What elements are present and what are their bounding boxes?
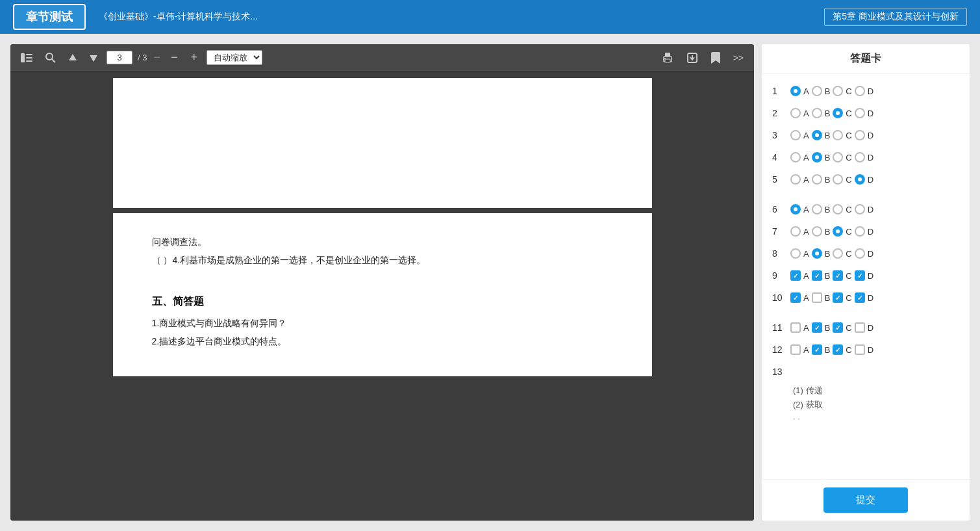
option-8-d[interactable] [855, 248, 865, 259]
svg-rect-10 [665, 59, 670, 62]
option-3-b[interactable] [812, 130, 822, 140]
option-6-b[interactable] [812, 204, 822, 214]
option-11-d[interactable] [855, 322, 865, 333]
answer-row-3: 3 A B C D [772, 126, 959, 144]
pdf-text-line-2: （ ）4.利基市场是成熟企业的第一选择，不是创业企业的第一选择。 [152, 251, 613, 269]
question-num-9: 9 [772, 270, 790, 281]
option-3-d[interactable] [855, 130, 865, 140]
sub-answer-13-2: (2) 获取 [772, 399, 959, 411]
option-4-b[interactable] [812, 152, 822, 162]
answer-row-6: 6 A B C D [772, 200, 959, 218]
pdf-content[interactable]: 问卷调查法。 （ ）4.利基市场是成熟企业的第一选择，不是创业企业的第一选择。 … [10, 71, 754, 521]
option-1-d[interactable] [855, 86, 865, 96]
more-button[interactable]: >> [729, 50, 748, 66]
option-3-c[interactable] [833, 130, 843, 140]
pdf-page-top [113, 78, 652, 208]
pdf-text-line-1: 问卷调查法。 [152, 233, 613, 251]
page-input[interactable]: 3 [107, 51, 132, 64]
dots-row: · · [772, 413, 959, 423]
answer-row-2: 2 A B C D [772, 104, 959, 122]
question-num-5: 5 [772, 174, 790, 185]
option-4-d[interactable] [855, 152, 865, 162]
option-12-a[interactable] [790, 344, 801, 355]
answer-row-7: 7 A B C D [772, 222, 959, 240]
option-10-d[interactable] [855, 292, 865, 303]
option-1-a[interactable] [790, 86, 801, 96]
options-1: A B C D [790, 86, 959, 96]
option-2-b[interactable] [812, 108, 822, 118]
answer-panel-body[interactable]: 1 A B C D 2 A B C D 3 [762, 74, 970, 479]
option-7-c[interactable] [833, 226, 843, 237]
question-num-7: 7 [772, 226, 790, 237]
next-page-button[interactable] [86, 51, 101, 64]
zoom-minus-button[interactable]: − [167, 48, 182, 67]
svg-marker-6 [69, 54, 77, 60]
pdf-essay-q2: 2.描述多边平台商业模式的特点。 [152, 332, 613, 350]
pdf-essay-q1: 1.商业模式与商业战略有何异同？ [152, 314, 613, 332]
answer-panel-footer: 提交 [762, 479, 970, 521]
option-3-a[interactable] [790, 130, 801, 140]
submit-button[interactable]: 提交 [823, 487, 908, 513]
course-subtitle: 《创业基础》-卓伟-计算机科学与技术... [99, 11, 258, 23]
question-num-3: 3 [772, 130, 790, 140]
svg-rect-9 [665, 53, 670, 57]
option-6-d[interactable] [855, 204, 865, 214]
option-6-a[interactable] [790, 204, 801, 214]
option-12-c[interactable] [833, 344, 843, 355]
question-num-2: 2 [772, 108, 790, 118]
option-6-c[interactable] [833, 204, 843, 214]
option-9-a[interactable] [790, 270, 801, 281]
print-button[interactable] [658, 49, 677, 66]
option-4-c[interactable] [833, 152, 843, 162]
option-10-b[interactable] [812, 292, 822, 303]
option-10-a[interactable] [790, 292, 801, 303]
option-8-a[interactable] [790, 248, 801, 259]
option-10-c[interactable] [833, 292, 843, 303]
prev-page-button[interactable] [65, 51, 81, 64]
option-9-b[interactable] [812, 270, 822, 281]
option-2-d[interactable] [855, 108, 865, 118]
option-5-a[interactable] [790, 174, 801, 185]
option-8-b[interactable] [812, 248, 822, 259]
option-9-c[interactable] [833, 270, 843, 281]
svg-point-11 [664, 58, 666, 59]
sub-label-13-2: (2) 获取 [793, 399, 823, 411]
svg-line-5 [52, 59, 55, 62]
zoom-select[interactable]: 自动缩放 50% 75% 100% 125% 150% [207, 50, 262, 65]
search-button[interactable] [42, 50, 60, 66]
option-2-c[interactable] [833, 108, 843, 118]
option-7-b[interactable] [812, 226, 822, 237]
option-12-d[interactable] [855, 344, 865, 355]
answer-row-8: 8 A B C D [772, 244, 959, 263]
option-5-c[interactable] [833, 174, 843, 185]
option-1-b[interactable] [812, 86, 822, 96]
option-11-c[interactable] [833, 322, 843, 333]
option-1-c[interactable] [833, 86, 843, 96]
pdf-page-main: 问卷调查法。 （ ）4.利基市场是成熟企业的第一选择，不是创业企业的第一选择。 … [113, 213, 652, 376]
options-2: A B C D [790, 108, 959, 118]
option-12-b[interactable] [812, 344, 822, 355]
download-button[interactable] [683, 49, 702, 66]
question-num-10: 10 [772, 292, 790, 303]
answer-row-10: 10 A B C D [772, 289, 959, 307]
options-11: A B C D [790, 322, 959, 333]
toggle-sidebar-button[interactable] [17, 51, 36, 65]
option-4-a[interactable] [790, 152, 801, 162]
option-9-d[interactable] [855, 270, 865, 281]
answer-row-13: 13 [772, 363, 959, 381]
option-2-a[interactable] [790, 108, 801, 118]
option-8-c[interactable] [833, 248, 843, 259]
option-7-a[interactable] [790, 226, 801, 237]
zoom-plus-button[interactable]: + [187, 48, 202, 67]
sub-answer-13-1: (1) 传递 [772, 385, 959, 396]
answer-row-4: 4 A B C D [772, 148, 959, 166]
option-11-a[interactable] [790, 322, 801, 333]
page-total: / 3 [138, 53, 147, 62]
option-5-b[interactable] [812, 174, 822, 185]
option-11-b[interactable] [812, 322, 822, 333]
option-5-d[interactable] [855, 174, 865, 185]
bookmark-button[interactable] [707, 49, 724, 66]
option-7-d[interactable] [855, 226, 865, 237]
pdf-toolbar: 3 / 3 − − + 自动缩放 50% 75% 100% 125% 150% [10, 44, 754, 71]
question-num-4: 4 [772, 152, 790, 162]
